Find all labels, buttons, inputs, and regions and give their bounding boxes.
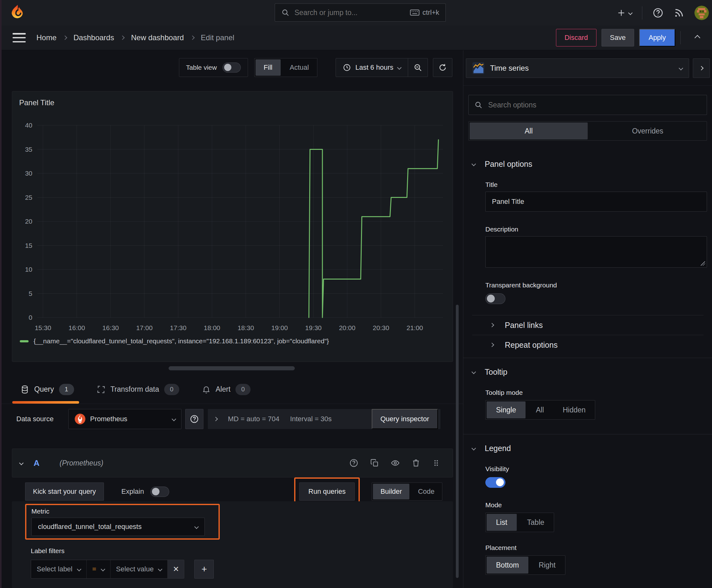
- plus-icon: [617, 8, 626, 17]
- code-option[interactable]: Code: [410, 483, 442, 500]
- help-button[interactable]: [652, 7, 664, 19]
- explain-toggle[interactable]: [150, 486, 169, 497]
- grafana-logo-icon[interactable]: [9, 4, 26, 21]
- options-sidebar: Time series All Overrides: [463, 50, 712, 588]
- legend-mode-label: Mode: [463, 501, 712, 509]
- metric-select[interactable]: cloudflared_tunnel_total_requests: [31, 518, 205, 536]
- expand-options-chevron[interactable]: [214, 417, 218, 421]
- tab-query[interactable]: Query 1: [17, 375, 77, 404]
- svg-text:17:00: 17:00: [136, 324, 153, 331]
- global-search-input[interactable]: [294, 8, 406, 17]
- actual-option[interactable]: Actual: [282, 58, 317, 77]
- save-button[interactable]: Save: [602, 29, 634, 46]
- query-inspector-button[interactable]: Query inspector: [372, 409, 438, 429]
- breadcrumb-edit-panel: Edit panel: [201, 33, 235, 42]
- operator-dropdown[interactable]: =: [87, 560, 110, 578]
- chevron-down-icon: [397, 65, 402, 70]
- chevron-down-icon: [101, 567, 105, 571]
- placement-right-option[interactable]: Right: [529, 555, 565, 574]
- table-view-toggle[interactable]: [222, 63, 241, 72]
- collapse-options-button[interactable]: [690, 36, 705, 40]
- tooltip-hidden-option[interactable]: Hidden: [554, 400, 595, 419]
- visualization-row: Time series: [466, 58, 710, 78]
- svg-text:40: 40: [25, 122, 33, 129]
- options-search-input[interactable]: [488, 101, 701, 110]
- title-field: [486, 192, 707, 212]
- delete-query-trash-icon[interactable]: [412, 459, 420, 467]
- apply-button[interactable]: Apply: [639, 29, 675, 46]
- datasource-help-button[interactable]: [185, 409, 203, 429]
- keyboard-icon: [410, 9, 419, 16]
- fill-option[interactable]: Fill: [256, 59, 281, 76]
- collapse-query-chevron[interactable]: [19, 461, 24, 465]
- title-input[interactable]: [491, 197, 701, 206]
- select-value-dropdown[interactable]: Select value: [110, 560, 168, 578]
- tab-transform-data[interactable]: Transform data 0: [93, 375, 182, 404]
- legend-visibility-toggle[interactable]: [486, 477, 505, 488]
- fill-actual-switch: Fill Actual: [254, 58, 317, 77]
- chevron-right-icon: [190, 36, 194, 40]
- datasource-name: Prometheus: [90, 415, 168, 423]
- kick-start-query-button[interactable]: Kick start your query: [25, 482, 104, 501]
- time-series-chart[interactable]: 051015202530354015:3016:0016:3017:0017:3…: [17, 110, 448, 334]
- datasource-picker[interactable]: Prometheus: [68, 409, 181, 429]
- builder-option[interactable]: Builder: [373, 484, 409, 499]
- add-menu-button[interactable]: [617, 8, 632, 17]
- hide-query-eye-icon[interactable]: [390, 458, 400, 468]
- options-search[interactable]: [468, 95, 707, 115]
- query-help-icon[interactable]: [349, 458, 359, 468]
- run-queries-button[interactable]: Run queries: [299, 482, 355, 501]
- legend-table-option[interactable]: Table: [518, 513, 554, 532]
- tab-all[interactable]: All: [470, 123, 588, 140]
- breadcrumb-new-dashboard[interactable]: New dashboard: [131, 33, 184, 42]
- legend-heading: Legend: [485, 444, 511, 453]
- description-textarea[interactable]: [486, 236, 707, 268]
- description-field-label: Description: [463, 226, 712, 233]
- legend-section-header[interactable]: Legend: [463, 441, 712, 455]
- breadcrumb-home[interactable]: Home: [37, 33, 57, 42]
- explain-label: Explain: [122, 487, 144, 496]
- main-content: Table view Fill Actual Last 6 hours: [0, 50, 712, 588]
- breadcrumb-dashboards[interactable]: Dashboards: [73, 33, 114, 42]
- pane-resize-handle[interactable]: [169, 366, 295, 370]
- panel-actions: Discard Save Apply: [556, 29, 705, 46]
- select-label-dropdown[interactable]: Select label: [31, 560, 87, 578]
- legend-list-option[interactable]: List: [487, 514, 517, 531]
- add-filter-button[interactable]: +: [194, 560, 214, 579]
- panel-options-section-header[interactable]: Panel options: [463, 157, 712, 171]
- zoom-out-time-button[interactable]: [408, 58, 428, 77]
- shortcut-text: ctrl+k: [423, 8, 439, 17]
- search-icon: [281, 8, 289, 17]
- global-search[interactable]: ctrl+k: [275, 3, 446, 22]
- chevron-down-icon: [472, 162, 476, 166]
- chart-legend: {__name__="cloudflared_tunnel_total_requ…: [17, 335, 448, 347]
- visualization-picker[interactable]: Time series: [466, 58, 689, 78]
- drag-handle-icon[interactable]: [432, 459, 440, 467]
- tooltip-single-option[interactable]: Single: [487, 401, 525, 418]
- panel-links-section-header[interactable]: Panel links: [463, 315, 712, 335]
- menu-toggle-button[interactable]: [13, 33, 26, 42]
- duplicate-query-icon[interactable]: [370, 459, 379, 467]
- tooltip-all-option[interactable]: All: [526, 400, 554, 419]
- news-rss-button[interactable]: [674, 7, 684, 18]
- remove-filter-button[interactable]: ✕: [168, 560, 184, 578]
- panel-preview: Panel Title 051015202530354015:3016:0016…: [12, 91, 453, 362]
- refresh-button[interactable]: [433, 58, 452, 77]
- toggle-viz-pane-button[interactable]: [693, 58, 710, 78]
- left-pane-scrollbar[interactable]: [456, 305, 459, 578]
- svg-text:18:00: 18:00: [204, 324, 220, 331]
- tooltip-section-header[interactable]: Tooltip: [463, 365, 712, 379]
- legend-placement-switch: Bottom Right: [486, 555, 565, 575]
- time-range-picker[interactable]: Last 6 hours: [336, 58, 408, 77]
- series-legend-item[interactable]: {__name__="cloudflared_tunnel_total_requ…: [34, 337, 329, 345]
- repeat-options-section-header[interactable]: Repeat options: [463, 335, 712, 355]
- transparent-background-toggle[interactable]: [486, 293, 505, 304]
- tab-overrides[interactable]: Overrides: [589, 122, 707, 141]
- user-avatar[interactable]: [694, 6, 709, 20]
- discard-button[interactable]: Discard: [556, 29, 597, 46]
- window-edge: [0, 0, 2, 588]
- tab-alert[interactable]: Alert 0: [199, 375, 254, 404]
- search-icon: [474, 101, 482, 109]
- resize-grip-icon[interactable]: [701, 261, 705, 266]
- placement-bottom-option[interactable]: Bottom: [487, 556, 528, 573]
